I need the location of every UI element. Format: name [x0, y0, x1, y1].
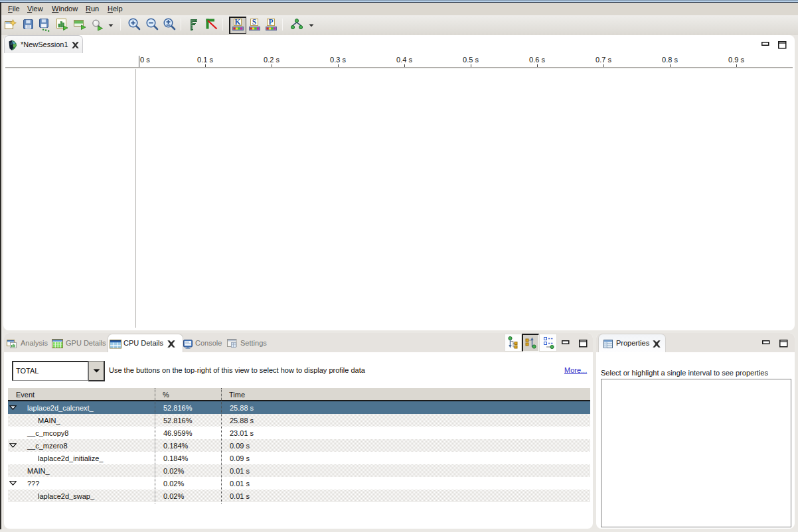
svg-text:P: P — [268, 19, 273, 26]
svg-text:S: S — [252, 19, 256, 26]
svg-text:K: K — [235, 19, 241, 26]
